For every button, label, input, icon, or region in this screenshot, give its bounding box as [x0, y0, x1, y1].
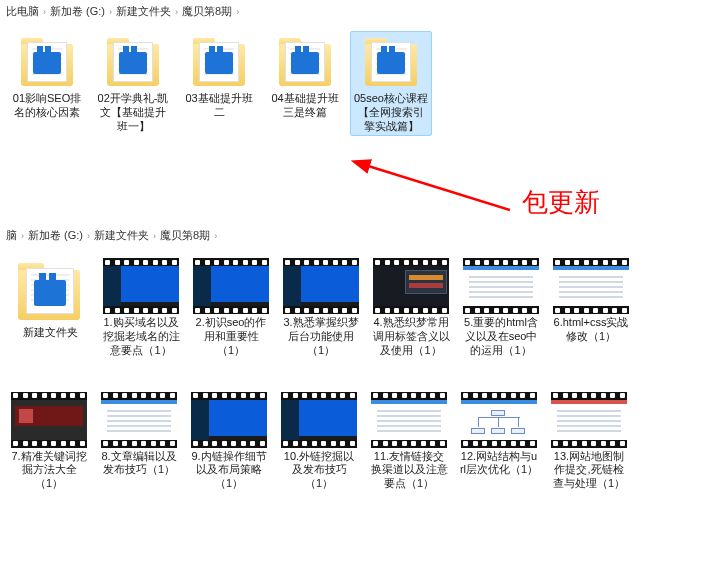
item-label: 03基础提升班二: [181, 92, 257, 120]
annotation-overlay: 包更新: [340, 155, 600, 235]
item-label: 9.内链操作细节以及布局策略（1）: [189, 450, 269, 491]
video-item[interactable]: 7.精准关键词挖掘方法大全（1）: [6, 389, 92, 494]
video-item[interactable]: 6.html+css实战修改（1）: [548, 255, 634, 347]
video-thumbnail: [553, 258, 629, 314]
breadcrumb: 脑 › 新加卷 (G:) › 新建文件夹 › 魔贝第8期 ›: [0, 224, 705, 247]
chevron-right-icon: ›: [21, 231, 24, 241]
video-thumbnail: [371, 392, 447, 448]
folder-item[interactable]: 02开学典礼-凯文【基础提升班一】: [92, 31, 174, 136]
video-item[interactable]: 4.熟悉织梦常用调用标签含义以及使用（1）: [368, 255, 454, 360]
folder-item[interactable]: 01影响SEO排名的核心因素: [6, 31, 88, 123]
folder-item[interactable]: 新建文件夹: [6, 255, 94, 343]
breadcrumb: 比电脑 › 新加卷 (G:) › 新建文件夹 › 魔贝第8期 ›: [0, 0, 705, 23]
folder-icon: [189, 34, 249, 90]
folder-item[interactable]: 05seo核心课程【全网搜索引擎实战篇】: [350, 31, 432, 136]
chevron-right-icon: ›: [43, 7, 46, 17]
bc-part[interactable]: 比电脑: [6, 4, 39, 19]
item-label: 8.文章编辑以及发布技巧（1）: [99, 450, 179, 478]
item-label: 2.初识seo的作用和重要性（1）: [191, 316, 271, 357]
chevron-right-icon: ›: [236, 7, 239, 17]
item-label: 1.购买域名以及挖掘老域名的注意要点（1）: [101, 316, 181, 357]
video-item[interactable]: 10.外链挖掘以及发布技巧（1）: [276, 389, 362, 494]
video-item[interactable]: 9.内链操作细节以及布局策略（1）: [186, 389, 272, 494]
bc-part[interactable]: 新加卷 (G:): [28, 228, 83, 243]
video-thumbnail: [193, 258, 269, 314]
video-item[interactable]: 3.熟悉掌握织梦后台功能使用（1）: [278, 255, 364, 360]
item-label: 10.外链挖掘以及发布技巧（1）: [279, 450, 359, 491]
item-label: 6.html+css实战修改（1）: [551, 316, 631, 344]
video-thumbnail: [373, 258, 449, 314]
item-label: 13.网站地图制作提交,死链检查与处理（1）: [549, 450, 629, 491]
bc-part[interactable]: 新加卷 (G:): [50, 4, 105, 19]
folder-item[interactable]: 04基础提升班三是终篇: [264, 31, 346, 123]
chevron-right-icon: ›: [87, 231, 90, 241]
folder-icon: [275, 34, 335, 90]
bc-part[interactable]: 魔贝第8期: [160, 228, 210, 243]
video-item[interactable]: 1.购买域名以及挖掘老域名的注意要点（1）: [98, 255, 184, 360]
item-label: 05seo核心课程【全网搜索引擎实战篇】: [353, 92, 429, 133]
item-label: 新建文件夹: [23, 326, 78, 340]
video-thumbnail: [101, 392, 177, 448]
video-thumbnail: [463, 258, 539, 314]
video-thumbnail: [191, 392, 267, 448]
video-item[interactable]: 11.友情链接交换渠道以及注意要点（1）: [366, 389, 452, 494]
arrow-icon: [340, 155, 520, 235]
folder-view-bottom: 新建文件夹1.购买域名以及挖掘老域名的注意要点（1）2.初识seo的作用和重要性…: [0, 247, 705, 498]
chevron-right-icon: ›: [153, 231, 156, 241]
video-item[interactable]: 13.网站地图制作提交,死链检查与处理（1）: [546, 389, 632, 494]
video-item[interactable]: 12.网站结构与url层次优化（1）: [456, 389, 542, 481]
annotation-text: 包更新: [522, 185, 600, 220]
folder-icon: [103, 34, 163, 90]
video-item[interactable]: 5.重要的html含义以及在seo中的运用（1）: [458, 255, 544, 360]
folder-icon: [17, 34, 77, 90]
video-item[interactable]: 8.文章编辑以及发布技巧（1）: [96, 389, 182, 481]
video-thumbnail: [551, 392, 627, 448]
video-thumbnail: [11, 392, 87, 448]
chevron-right-icon: ›: [109, 7, 112, 17]
video-item[interactable]: 2.初识seo的作用和重要性（1）: [188, 255, 274, 360]
item-label: 02开学典礼-凯文【基础提升班一】: [95, 92, 171, 133]
video-thumbnail: [103, 258, 179, 314]
item-label: 12.网站结构与url层次优化（1）: [459, 450, 539, 478]
folder-icon: [361, 34, 421, 90]
item-label: 3.熟悉掌握织梦后台功能使用（1）: [281, 316, 361, 357]
video-thumbnail: [281, 392, 357, 448]
folder-view-top: 01影响SEO排名的核心因素02开学典礼-凯文【基础提升班一】03基础提升班二0…: [0, 23, 705, 140]
chevron-right-icon: ›: [214, 231, 217, 241]
item-label: 7.精准关键词挖掘方法大全（1）: [9, 450, 89, 491]
video-thumbnail: [461, 392, 537, 448]
item-label: 4.熟悉织梦常用调用标签含义以及使用（1）: [371, 316, 451, 357]
bc-part[interactable]: 魔贝第8期: [182, 4, 232, 19]
item-label: 04基础提升班三是终篇: [267, 92, 343, 120]
item-label: 5.重要的html含义以及在seo中的运用（1）: [461, 316, 541, 357]
video-thumbnail: [283, 258, 359, 314]
item-label: 11.友情链接交换渠道以及注意要点（1）: [369, 450, 449, 491]
item-label: 01影响SEO排名的核心因素: [9, 92, 85, 120]
chevron-right-icon: ›: [175, 7, 178, 17]
folder-item[interactable]: 03基础提升班二: [178, 31, 260, 123]
bc-part[interactable]: 脑: [6, 228, 17, 243]
bc-part[interactable]: 新建文件夹: [94, 228, 149, 243]
folder-icon: [14, 258, 86, 324]
svg-line-0: [365, 165, 510, 210]
bc-part[interactable]: 新建文件夹: [116, 4, 171, 19]
